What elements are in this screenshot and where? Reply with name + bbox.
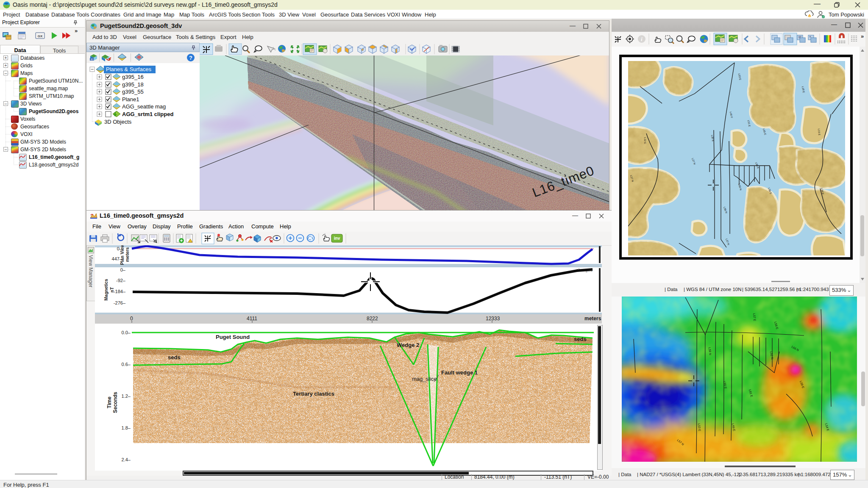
svg-text:Magnetics: Magnetics [103,279,108,301]
svg-text:GX: GX [38,34,43,38]
svg-text:seds: seds [574,336,587,342]
svg-text:AGG_seattle mag: AGG_seattle mag [122,103,166,110]
svg-text:AGG_srtm1 clipped: AGG_srtm1 clipped [122,111,173,117]
svg-text:0.0–: 0.0– [122,330,131,335]
svg-text:0–: 0– [120,267,126,272]
svg-text:?: ? [189,55,192,61]
svg-text:Time: Time [106,396,112,408]
svg-text:inv: inv [334,236,340,241]
svg-text:g395_16: g395_16 [122,74,144,80]
svg-text:1.8–: 1.8– [122,425,131,430]
svg-text:Seconds: Seconds [112,392,118,413]
svg-text:mag_slice: mag_slice [412,376,437,382]
svg-text:meters: meters [125,247,130,262]
svg-text:2.4–: 2.4– [122,457,131,462]
svg-text:-184–: -184– [114,289,126,294]
svg-text:-276–: -276– [114,300,126,305]
svg-text:seds: seds [168,354,181,360]
svg-text:L32 E: L32 E [644,137,646,144]
svg-text:1.2–: 1.2– [122,394,131,399]
svg-text:Planes & Surfaces: Planes & Surfaces [106,66,151,72]
svg-text:Puget Sound: Puget Sound [216,334,250,340]
svg-text:3D Objects: 3D Objects [104,119,132,125]
svg-text:-92–: -92– [116,278,126,283]
svg-text:Tertiary clastics: Tertiary clastics [293,391,334,397]
svg-text:Wedge 2: Wedge 2 [397,342,419,348]
svg-text:3D: 3D [90,58,93,61]
svg-text:»: » [861,33,864,39]
svg-text:0–: 0– [117,246,122,251]
svg-text:Fault wedge 1: Fault wedge 1 [441,369,478,376]
svg-text:g395_18: g395_18 [122,81,144,88]
svg-text:447–: 447– [112,256,122,261]
svg-text:g395_55: g395_55 [122,89,144,95]
svg-text:Plane1: Plane1 [122,96,139,103]
svg-text:0.6–: 0.6– [122,362,131,367]
